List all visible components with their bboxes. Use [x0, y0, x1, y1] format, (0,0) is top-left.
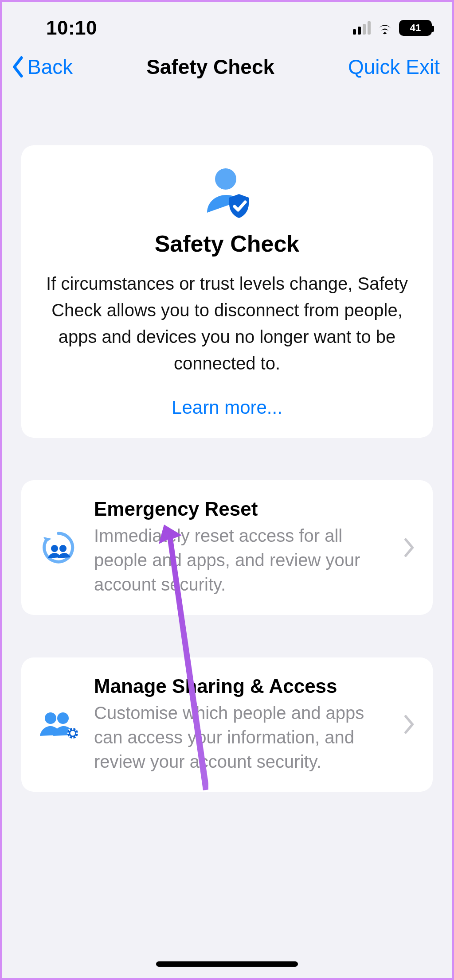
emergency-reset-title: Emergency Reset	[94, 498, 387, 520]
emergency-reset-row[interactable]: Emergency Reset Immediately reset access…	[21, 480, 433, 615]
status-bar: 10:10 41	[2, 2, 452, 42]
wifi-icon	[376, 21, 394, 35]
back-button[interactable]: Back	[11, 55, 73, 79]
home-indicator[interactable]	[156, 961, 298, 967]
chevron-right-icon	[400, 715, 418, 734]
svg-point-3	[45, 712, 56, 724]
intro-description: If circumstances or trust levels change,…	[37, 270, 417, 377]
emergency-reset-description: Immediately reset access for all people …	[94, 524, 387, 597]
battery-level: 41	[410, 22, 421, 34]
page-title: Safety Check	[146, 55, 274, 79]
manage-sharing-description: Customise which people and apps can acce…	[94, 701, 387, 774]
nav-bar: Back Safety Check Quick Exit	[2, 42, 452, 92]
safety-check-hero-icon	[37, 165, 417, 218]
manage-sharing-icon	[36, 708, 81, 740]
quick-exit-button[interactable]: Quick Exit	[348, 55, 440, 79]
back-label: Back	[27, 55, 73, 79]
chevron-right-icon	[400, 538, 418, 557]
manage-sharing-title: Manage Sharing & Access	[94, 675, 387, 697]
svg-point-0	[215, 168, 236, 190]
emergency-reset-icon	[36, 529, 81, 566]
cellular-signal-icon	[353, 21, 371, 35]
learn-more-link[interactable]: Learn more...	[172, 397, 282, 418]
intro-title: Safety Check	[37, 230, 417, 257]
battery-icon: 41	[399, 20, 432, 36]
manage-sharing-row[interactable]: Manage Sharing & Access Customise which …	[21, 657, 433, 792]
status-icons: 41	[353, 20, 432, 36]
intro-card: Safety Check If circumstances or trust l…	[21, 145, 433, 438]
svg-point-2	[59, 545, 67, 552]
svg-point-6	[71, 731, 74, 735]
status-time: 10:10	[46, 17, 97, 39]
svg-point-4	[57, 712, 69, 724]
svg-point-1	[51, 545, 58, 552]
